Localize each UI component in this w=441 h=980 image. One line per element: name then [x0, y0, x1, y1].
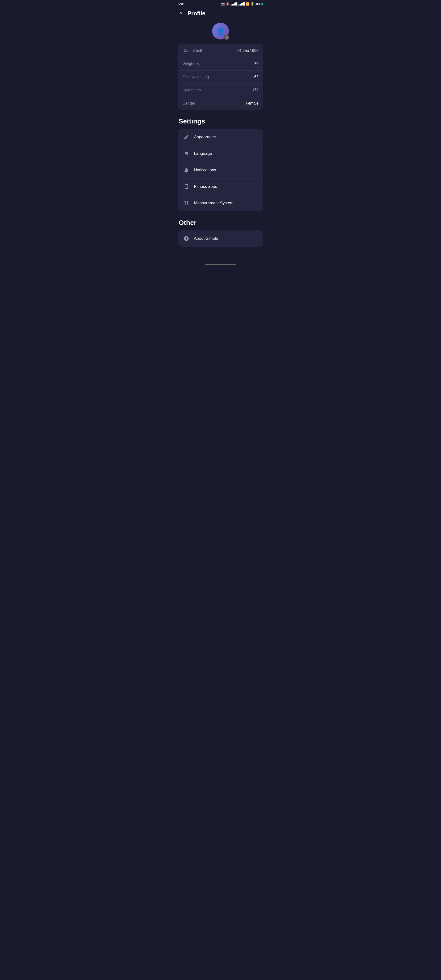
settings-section-title: Settings [174, 116, 267, 129]
home-indicator [174, 262, 267, 268]
camera-icon: 📷 [221, 2, 225, 6]
about-label: About Simple [194, 236, 218, 241]
measurement-icon [182, 199, 190, 207]
mute-icon: 🔇 [226, 2, 230, 6]
signal-icon: ▂▄▆█ [230, 2, 237, 5]
avatar-edit-icon[interactable]: ✏ [224, 35, 229, 40]
profile-row-weight[interactable]: Weight, kg 70 [178, 57, 263, 71]
fitness-apps-label: Fitness apps [194, 184, 217, 189]
goal-weight-value: 65 [254, 75, 259, 79]
status-right: 📷 🔇 ▂▄▆█ ▂▄▆█ 📶 🔋 38% [221, 2, 263, 6]
profile-card: Date of birth 01 Jan 1990 Weight, kg 70 … [178, 44, 263, 110]
about-icon [182, 235, 190, 242]
appearance-icon [182, 133, 190, 141]
goal-weight-label: Goal weight, kg [182, 75, 209, 79]
appearance-label: Appearance [194, 135, 216, 140]
settings-row-language[interactable]: Language [178, 145, 263, 162]
status-time: 5:01 [178, 2, 185, 6]
settings-row-fitness-apps[interactable]: Fitness apps [178, 178, 263, 195]
settings-card: Appearance Language Notifications Fitnes… [178, 129, 263, 211]
language-label: Language [194, 151, 212, 156]
notifications-icon [182, 166, 190, 174]
profile-row-dob[interactable]: Date of birth 01 Jan 1990 [178, 44, 263, 57]
settings-row-appearance[interactable]: Appearance [178, 129, 263, 145]
profile-row-goal-weight[interactable]: Goal weight, kg 65 [178, 71, 263, 84]
status-bar: 5:01 📷 🔇 ▂▄▆█ ▂▄▆█ 📶 🔋 38% [174, 0, 267, 7]
header: × Profile [174, 7, 267, 21]
page-title: Profile [187, 10, 205, 17]
battery-icon: 🔋 [251, 2, 254, 6]
green-dot [262, 3, 263, 5]
notifications-label: Notifications [194, 168, 216, 172]
weight-value: 70 [254, 62, 259, 66]
dob-label: Date of birth [182, 49, 203, 53]
wifi-icon: 📶 [246, 2, 249, 6]
gender-label: Gender [182, 101, 195, 105]
language-icon [182, 150, 190, 158]
close-button[interactable]: × [179, 10, 184, 17]
avatar-container: 👤 ✏ [174, 21, 267, 44]
height-label: Height, cm [182, 88, 201, 92]
profile-row-height[interactable]: Height, cm 179 [178, 84, 263, 97]
gender-value: Female [246, 101, 259, 105]
height-value: 179 [252, 88, 259, 92]
measurement-label: Measurement System [194, 201, 233, 205]
battery-percent: 38% [255, 2, 260, 6]
settings-row-notifications[interactable]: Notifications [178, 162, 263, 178]
other-card: About Simple [178, 231, 263, 247]
signal2-icon: ▂▄▆█ [238, 2, 245, 5]
dob-value: 01 Jan 1990 [238, 49, 259, 53]
battery-container: 🔋 38% [251, 2, 260, 6]
weight-label: Weight, kg [182, 62, 200, 66]
other-section-title: Other [174, 217, 267, 231]
home-bar [205, 264, 236, 265]
fitness-apps-icon [182, 183, 190, 191]
settings-row-about[interactable]: About Simple [178, 231, 263, 247]
other-section: Other About Simple [174, 217, 267, 262]
settings-row-measurement[interactable]: Measurement System [178, 195, 263, 211]
profile-row-gender[interactable]: Gender Female [178, 97, 263, 110]
avatar[interactable]: 👤 ✏ [212, 23, 229, 40]
